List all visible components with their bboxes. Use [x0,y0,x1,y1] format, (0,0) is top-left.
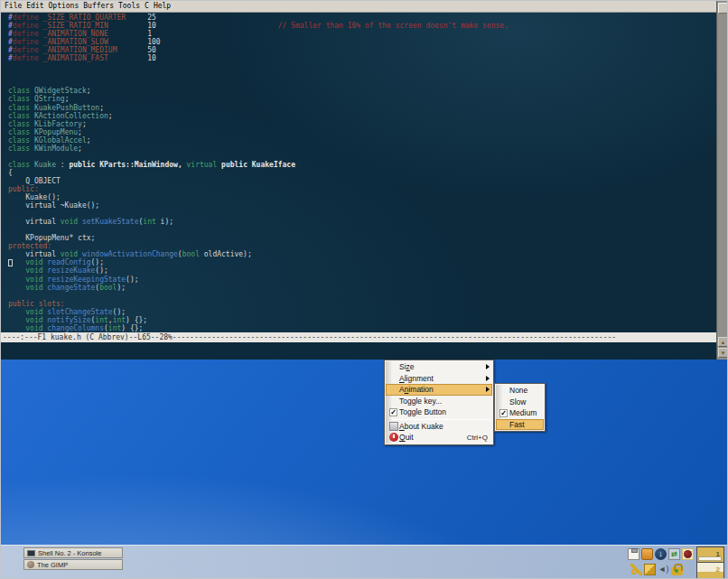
desktop-pager: 12 [696,546,724,579]
check-column: ✓ [498,409,509,417]
volume-icon[interactable]: ◄) [658,564,669,575]
text-cursor [8,259,13,266]
pager-desktop-1[interactable]: 1 [697,547,723,563]
scrollbar-up-button[interactable]: ▲ [718,337,728,347]
emacs-modeline: ----:---F1 kuake.h (C Abbrev)--L65--28%-… [1,332,716,342]
code-line: class QString; [8,95,716,103]
scrollbar-thumb[interactable] [718,3,728,14]
klipper-icon[interactable] [628,548,639,560]
tray-row: ↓⇄ [628,547,694,561]
animation-submenu: NoneSlow✓MediumFast [494,383,546,432]
icon-column [387,422,399,431]
code-line: protected: [8,242,716,250]
code-line: #define _ANIMATION_SLOW 100 [8,38,716,46]
emacs-scrollbar[interactable]: ▲ ▼ [716,1,728,360]
desktop-share-icon[interactable]: ⇄ [668,548,680,560]
organizer-icon[interactable] [641,548,653,560]
lock-icon[interactable] [671,564,683,575]
menu-item-label: Slow [509,397,541,406]
code-line: class KActionCollection; [8,112,716,120]
menu-item-label: Animation [399,385,486,394]
code-area[interactable]: #define _SIZE_RATIO_QUARTER 25#define _S… [1,13,716,332]
code-line: virtual void windowActivationChange(bool… [8,250,716,258]
menu-item-label: Quit [399,433,467,442]
code-line [8,226,716,234]
code-line: void changeState(bool); [8,284,716,292]
taskbar: Shell No. 2 - KonsoleThe GIMP [23,547,123,571]
submenu-arrow-icon [486,376,490,381]
checkmark-icon: ✓ [499,409,508,417]
menu-item-quit[interactable]: QuitCtrl+Q [386,432,492,444]
context-menu: SizeAlignmentAnimationToggle key...✓Togg… [384,360,494,445]
gimp-icon [27,561,34,568]
desktop: FileEditOptionsBuffersToolsCHelp #define… [0,0,728,579]
menu-item-label: Toggle Button [399,407,490,416]
menu-item-toggle-key[interactable]: Toggle key... [386,396,492,407]
tray-row: ◄) [630,563,694,576]
submenu-item-slow[interactable]: Slow [496,397,544,408]
menubar-item-c[interactable]: C [143,1,151,12]
code-line [8,70,716,79]
taskbar-button-label: The GIMP [37,561,68,569]
code-line: void changeColumns(int) {}; [8,324,716,332]
pager-desktop-2[interactable]: 2 [697,563,723,578]
code-line: KPopupMenu* ctx; [8,234,716,242]
menu-item-label: None [509,386,541,395]
check-column: ✓ [387,408,399,416]
quit-icon [389,433,398,442]
code-line [8,79,716,87]
submenu-item-medium[interactable]: ✓Medium [496,407,544,419]
code-line [8,62,716,70]
code-line: class Kuake : public KParts::MainWindow,… [8,161,716,169]
scrollbar-down-button[interactable]: ▼ [718,348,728,358]
download-icon[interactable]: ↓ [655,548,667,560]
code-line: public slots: [8,300,716,308]
mail-icon[interactable] [644,564,656,575]
menu-item-about-kuake[interactable]: About Kuake [386,421,492,433]
code-line: void slotChangeState(); [8,308,716,316]
submenu-item-fast[interactable]: Fast [496,419,544,431]
taskbar-button-konsole[interactable]: Shell No. 2 - Konsole [23,547,123,558]
code-line: Kuake(); [8,193,716,201]
menubar-item-edit[interactable]: Edit [24,1,45,12]
pager-window-preview [698,556,722,561]
menubar-item-file[interactable]: File [3,1,23,12]
menu-item-toggle-button[interactable]: ✓Toggle Button [386,406,492,418]
media-icon[interactable] [682,548,694,560]
menu-separator [387,419,490,420]
menu-item-label: Alignment [399,374,486,383]
menu-item-size[interactable]: Size [386,361,492,373]
menubar-item-buffers[interactable]: Buffers [81,1,116,12]
code-line: class KuakePushButton; [8,104,716,112]
code-line: class QWidgetStack; [8,87,716,95]
menu-item-alignment[interactable]: Alignment [386,373,492,385]
code-line: class KLibFactory; [8,120,716,128]
submenu-arrow-icon [486,364,490,369]
code-line [8,292,716,300]
menu-item-label: Toggle key... [399,397,490,406]
menubar-item-tools[interactable]: Tools [117,1,142,12]
code-line: class KGlobalAccel; [8,136,716,145]
code-line: class KPopupMenu; [8,128,716,136]
code-line: void resizeKeepingState(); [8,275,716,284]
menubar-item-options[interactable]: Options [47,1,81,12]
kicker-panel: Shell No. 2 - KonsoleThe GIMP ↓⇄◄) 12 [1,545,728,579]
key-icon[interactable] [630,564,642,575]
taskbar-button-label: Shell No. 2 - Konsole [38,549,101,557]
menu-item-label: Size [399,362,486,371]
pager-desktop-number: 2 [716,565,720,574]
taskbar-button-gimp[interactable]: The GIMP [23,559,123,570]
emacs-minibuffer[interactable] [1,342,716,360]
code-line: { [8,169,716,177]
menu-item-label: About Kuake [399,422,490,431]
code-line: #define _ANIMATION_NONE 1 [8,30,716,38]
code-line: void notifySize(int,int) {}; [8,316,716,324]
code-line: #define _SIZE_RATIO_QUARTER 25 [8,14,716,22]
code-line: void resizeKuake(); [8,266,716,275]
menubar-item-help[interactable]: Help [152,1,173,12]
code-line [8,210,716,218]
system-tray: ↓⇄◄) [628,547,694,576]
code-line: void readConfig(); [8,258,716,266]
submenu-item-none[interactable]: None [496,385,544,397]
menu-item-animation[interactable]: Animation [386,384,492,396]
